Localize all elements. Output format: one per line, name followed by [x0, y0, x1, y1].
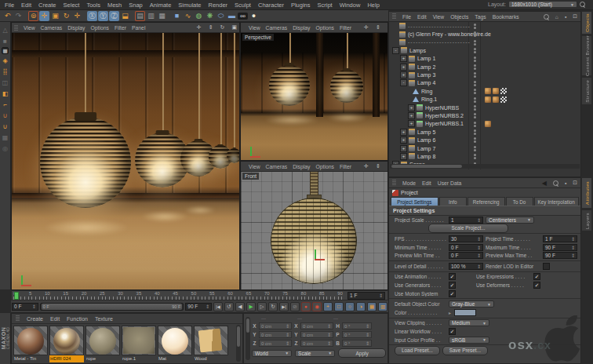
vp-menu-view[interactable]: View: [24, 25, 35, 31]
add-spline-button[interactable]: ∿: [183, 11, 193, 21]
use-generators-checkbox[interactable]: ✓: [449, 282, 456, 289]
live-selection-tool[interactable]: ⊚: [28, 11, 38, 21]
texture-tag-icon[interactable]: [493, 88, 499, 94]
search-icon[interactable]: [580, 2, 585, 7]
key-parameter-toggle[interactable]: ◑: [356, 302, 366, 311]
vp-menu-cameras[interactable]: Cameras: [266, 25, 288, 31]
goto-end-button[interactable]: ▶|: [279, 302, 289, 311]
preview-range-slider[interactable]: 0 F 90 F: [40, 303, 184, 311]
tree-row-hypernurbs-1[interactable]: +HyperNURBS.1: [389, 120, 580, 128]
expander[interactable]: +: [400, 55, 407, 62]
menu-character[interactable]: Character: [258, 2, 284, 9]
rot-h-field[interactable]: 0 °⇕: [342, 322, 372, 329]
layout-dropdown[interactable]: 1680x1010 (Start)▼: [508, 1, 577, 8]
panel-icon[interactable]: ⊡: [573, 13, 577, 20]
attr-menu-mode[interactable]: Mode: [402, 180, 416, 186]
rot-p-field[interactable]: 0 °⇕: [342, 331, 372, 338]
texture-tag-icon[interactable]: [493, 96, 499, 103]
snapping-button[interactable]: ∪: [1, 111, 10, 120]
next-frame-button[interactable]: ▷: [257, 302, 267, 311]
preview-min-field[interactable]: 0 F⇕: [449, 252, 483, 259]
use-expressions-checkbox[interactable]: ✓: [533, 273, 540, 280]
search-icon[interactable]: [544, 14, 549, 20]
lock-icon[interactable]: ▪: [565, 14, 566, 20]
material-mat[interactable]: Mat: [158, 326, 192, 362]
pos-y-field[interactable]: 0 cm⇕: [259, 331, 292, 338]
tree-row-hypernurbs-2[interactable]: +HyperNURBS.2: [389, 111, 580, 119]
tab-to-do[interactable]: To Do: [506, 197, 533, 206]
add-environment-button[interactable]: ▬: [227, 11, 237, 21]
project-time-field[interactable]: 1 F⇕: [543, 235, 577, 242]
toggle-view-icon[interactable]: ▣: [231, 24, 237, 31]
texture-mode-button[interactable]: ▩: [2, 47, 9, 54]
expander[interactable]: +: [400, 153, 407, 160]
goto-start-button[interactable]: |◀: [213, 302, 223, 311]
menu-edit[interactable]: Edit: [21, 2, 31, 9]
vp-menu-display[interactable]: Display: [67, 25, 85, 31]
search-icon[interactable]: [553, 180, 558, 186]
modeling-grid-button[interactable]: ▦: [1, 133, 10, 142]
tab-structure[interactable]: Structure: [581, 77, 592, 105]
tab-key-interpolation[interactable]: Key Interpolation: [534, 197, 580, 206]
menu-script[interactable]: Script: [318, 2, 333, 9]
redo-button[interactable]: ↷: [13, 11, 24, 21]
material-rope-1[interactable]: rope.1: [122, 326, 156, 362]
vp-menu-filter[interactable]: Filter: [115, 25, 126, 31]
mat-menu-texture[interactable]: Texture: [95, 316, 113, 322]
tree-row-lamp-1[interactable]: +Lamp 1: [389, 55, 580, 63]
lock-y-axis[interactable]: Ⓨ: [98, 11, 108, 21]
vp-menu-view[interactable]: View: [249, 25, 260, 31]
points-mode-button[interactable]: ⣿: [1, 67, 10, 76]
mat-menu-function[interactable]: Function: [67, 316, 88, 322]
play-reverse-button[interactable]: ↺: [224, 302, 234, 311]
view-clipping-dropdown[interactable]: Medium▼: [449, 319, 489, 326]
max-time-field[interactable]: 90 F⇕: [543, 244, 577, 251]
coordinate-scrollbar[interactable]: [246, 317, 250, 360]
zoom-icon[interactable]: ⇕: [209, 24, 213, 31]
tab-layers[interactable]: Layers: [581, 209, 592, 231]
om-menu-tags[interactable]: Tags: [475, 14, 486, 20]
lock-workplane-button[interactable]: ◎: [1, 144, 10, 153]
frame-step-field[interactable]: 1 F⇕: [347, 292, 385, 300]
zoom-icon[interactable]: ⇕: [376, 163, 380, 169]
om-menu-edit[interactable]: Edit: [417, 14, 427, 20]
expander[interactable]: +: [400, 129, 407, 136]
pos-z-field[interactable]: 0 cm⇕: [259, 340, 292, 347]
attr-menu-edit[interactable]: Edit: [422, 180, 431, 186]
add-spline-primitive-button[interactable]: ⬭: [216, 11, 226, 21]
expander[interactable]: +: [400, 64, 407, 71]
add-cube-button[interactable]: ■: [172, 11, 182, 21]
color-swatch[interactable]: [454, 309, 476, 316]
key-pla-toggle[interactable]: ▦: [367, 302, 377, 311]
om-menu-objects[interactable]: Objects: [450, 14, 468, 20]
autokeying-button[interactable]: ◉: [312, 302, 322, 311]
lock-x-axis[interactable]: Ⓧ: [87, 11, 97, 21]
vp-menu-options[interactable]: Options: [90, 25, 108, 31]
scale-project-button[interactable]: Scale Project...: [428, 224, 508, 233]
play-button[interactable]: ▶: [246, 302, 256, 311]
end-frame-field[interactable]: 90 F⇕: [185, 303, 212, 311]
zoom-icon[interactable]: ⇕: [376, 24, 380, 31]
lock-icon[interactable]: ▪: [565, 180, 566, 186]
playhead[interactable]: [14, 292, 19, 300]
tree-row-lamp-5[interactable]: +Lamp 5: [389, 128, 580, 136]
move-tool[interactable]: ✛: [39, 11, 49, 21]
input-profile-dropdown[interactable]: sRGB▼: [449, 337, 489, 344]
panel-icon[interactable]: ⊡: [573, 180, 577, 186]
expander[interactable]: +: [400, 71, 407, 78]
grip-icon[interactable]: [392, 13, 396, 20]
vp-menu-view[interactable]: View: [249, 164, 260, 169]
material-metal-tin[interactable]: Metal - Tin: [13, 326, 48, 362]
menu-file[interactable]: File: [5, 2, 14, 9]
texture-tag-icon[interactable]: [485, 88, 491, 94]
menu-plugins[interactable]: Plugins: [291, 2, 311, 9]
coord-mode-dropdown[interactable]: World▼: [252, 350, 292, 357]
tree-row-lamp-8[interactable]: +Lamp 8: [389, 152, 580, 160]
menu-mesh[interactable]: Mesh: [107, 2, 122, 9]
menu-create[interactable]: Create: [38, 2, 56, 9]
add-camera-button[interactable]: oo: [238, 13, 248, 20]
keyframe-selection-toggle[interactable]: ▥: [378, 302, 387, 311]
undo-button[interactable]: ↶: [2, 11, 13, 21]
menu-help[interactable]: Help: [367, 2, 379, 9]
tree-row-null-2[interactable]: ------------------------: [389, 38, 580, 46]
